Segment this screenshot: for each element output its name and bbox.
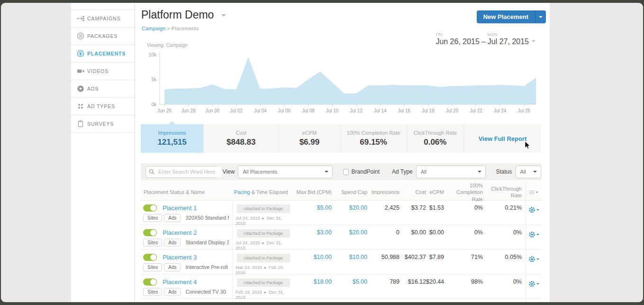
row-tag-buttons: SitesAds [143, 239, 182, 246]
status-toggle[interactable] [143, 254, 157, 261]
row-settings-button[interactable] [526, 274, 541, 300]
chevron-down-icon [536, 259, 539, 260]
sidebar-item-ads[interactable]: ADS [71, 80, 135, 98]
col-placement[interactable]: Placement Status & Name [141, 181, 232, 203]
stat-ecpm[interactable]: eCPM $6.99 [278, 124, 340, 153]
tag-sites[interactable]: Sites [143, 288, 162, 296]
ecpm-value: $7.89 [426, 250, 451, 275]
completion-value: 0% [451, 225, 492, 250]
pacing-cell: Attached to Package Feb 19, 2015►Dec 31,… [232, 274, 294, 300]
placement-link[interactable]: Placement 2 [163, 229, 197, 236]
impressions-value: 0 [367, 225, 399, 250]
svg-text:Jul 02: Jul 02 [230, 108, 243, 113]
placement-name-cell: Placement 5 SitesAds Standard Display 72… [141, 299, 232, 302]
placement-link[interactable]: Placement 3 [163, 254, 197, 261]
stat-clickthrough-rate[interactable]: ClickThrough Rate 0.06% [407, 124, 463, 153]
sidebar-item-ad-types[interactable]: AD TYPES [71, 98, 135, 115]
status-select[interactable]: All [516, 166, 541, 178]
col-spend-cap[interactable]: Spend Cap [332, 181, 367, 203]
col-cost[interactable]: Cost [399, 181, 426, 203]
max-bid-value[interactable]: $10.00 [294, 250, 332, 275]
status-label: Status [496, 168, 512, 175]
row-settings-button[interactable] [526, 200, 541, 226]
ad-type-select-value: All [421, 169, 426, 175]
col-completion[interactable]: 100% Completion Rate [451, 181, 492, 203]
placement-name-cell: Placement 3 SitesAds Interactive Pre-rol… [141, 250, 232, 275]
date-range-picker[interactable]: FRI Jun 26, 2015 – MON Jul 27, 2015 [435, 32, 535, 46]
breadcrumb-campaign-link[interactable]: Campaign [142, 26, 165, 31]
tag-ads[interactable]: Ads [164, 288, 181, 296]
completion-value: 0% [451, 200, 492, 226]
chevron-down-icon [536, 234, 539, 235]
max-bid-value[interactable]: $3.00 [294, 225, 332, 250]
start-date: Jun 26, 2015 [435, 37, 480, 46]
search-input[interactable] [157, 167, 222, 177]
sidebar-item-campaigns[interactable]: CAMPAIGNS [71, 10, 135, 28]
ad-type-select[interactable]: All [416, 166, 486, 178]
flight-dates: Jul 24, 2015►Dec 31, 2015 [235, 240, 292, 250]
spend-cap-value[interactable]: $5.00 [332, 274, 367, 300]
status-toggle[interactable] [143, 204, 157, 212]
spend-cap-value[interactable]: $20.00 [332, 225, 367, 250]
spend-cap-value[interactable]: $5.00 [332, 299, 367, 302]
view-select[interactable]: All Placements [238, 166, 332, 178]
packages-icon [77, 32, 87, 40]
package-badge: Attached to Package [237, 254, 290, 262]
impressions-chart: 0k5k10kJun 26Jun 28Jun 30Jul 02Jul 04Jul… [140, 48, 540, 116]
stat-100-completion-rate[interactable]: 100% Completion Rate 69.15% [340, 124, 407, 153]
status-toggle[interactable] [143, 229, 157, 236]
spend-cap-value[interactable]: $20.00 [332, 200, 367, 226]
tag-sites[interactable]: Sites [143, 239, 162, 247]
tag-ads[interactable]: Ads [164, 214, 181, 222]
col-impressions[interactable]: Impressions [367, 181, 399, 203]
placement-link[interactable]: Placement 1 [163, 204, 197, 212]
svg-text:5k: 5k [151, 77, 157, 82]
col-max-bid[interactable]: Max Bid (CPM) [294, 181, 332, 203]
stat-label: Cost [236, 130, 246, 136]
stat-cost[interactable]: Cost $848.83 [203, 124, 278, 153]
title-caret-icon[interactable] [221, 14, 226, 17]
new-placement-button[interactable]: New Placement [477, 10, 546, 23]
impressions-value: 789 [367, 274, 399, 300]
column-settings-button[interactable] [526, 181, 541, 203]
max-bid-value[interactable]: $18.00 [294, 274, 332, 300]
col-pacing[interactable]: Pacing & Time Elapsed [232, 181, 294, 203]
pacing-sort-link[interactable]: Pacing [234, 189, 250, 195]
col-ctr[interactable]: ClickThrough Rate [492, 181, 526, 203]
table-filter-bar: View All Placements BrandPoint Ad Type A… [141, 163, 541, 180]
sidebar-item-surveys[interactable]: SURVEYS [71, 115, 135, 133]
new-placement-caret[interactable] [535, 10, 546, 23]
stat-label: 100% Completion Rate [347, 130, 400, 136]
brandpoint-checkbox[interactable] [343, 169, 349, 175]
tag-ads[interactable]: Ads [164, 263, 181, 271]
chart-scope-label: Viewing: Campaign [147, 43, 188, 48]
col-ecpm[interactable]: eCPM [426, 181, 451, 203]
chevron-down-icon [539, 16, 543, 18]
tag-ads[interactable]: Ads [164, 239, 181, 247]
tag-sites[interactable]: Sites [143, 263, 162, 271]
tag-sites[interactable]: Sites [143, 214, 162, 222]
row-settings-button[interactable] [526, 299, 541, 302]
sidebar-item-label: CAMPAIGNS [87, 16, 120, 21]
sidebar-item-label: PACKAGES [87, 33, 118, 39]
spend-cap-value[interactable]: $10.00 [332, 250, 367, 275]
row-settings-button[interactable] [526, 250, 541, 275]
sidebar-item-packages[interactable]: PACKAGES [71, 28, 135, 45]
table-row: Placement 3 SitesAds Interactive Pre-rol… [141, 250, 541, 274]
gear-icon [528, 206, 535, 213]
toggle-knob [150, 254, 156, 260]
row-settings-button[interactable] [526, 225, 541, 250]
status-toggle[interactable] [143, 278, 157, 286]
stat-impressions[interactable]: Impressions 121,515 [141, 124, 203, 153]
breadcrumb-current: Placements [172, 26, 199, 31]
placement-description: Standard Display 300x250 [185, 240, 229, 245]
brandpoint-label: BrandPoint [352, 168, 380, 175]
max-bid-value[interactable]: $10.00 [294, 299, 332, 302]
sidebar-item-placements[interactable]: PLACEMENTS [71, 45, 135, 63]
impressions-value: 2,391 [367, 299, 399, 302]
svg-text:Jun 30: Jun 30 [205, 108, 219, 113]
max-bid-value[interactable]: $5.00 [294, 200, 332, 226]
placement-link[interactable]: Placement 4 [163, 278, 197, 286]
table-header: Placement Status & Name Pacing & Time El… [141, 181, 541, 201]
sidebar-item-videos[interactable]: VIDEOS [71, 63, 135, 80]
